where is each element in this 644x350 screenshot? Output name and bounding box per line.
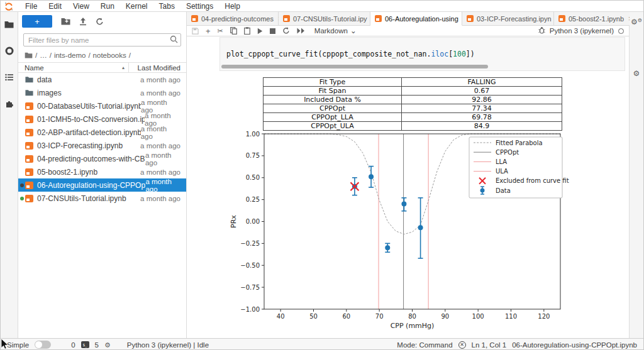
notebook-icon [25, 142, 33, 150]
new-folder-icon[interactable] [61, 18, 70, 25]
menu-tabs[interactable]: Tabs [153, 2, 180, 11]
file-browser-toolbar: + [18, 12, 186, 31]
code-cell[interactable]: plot_cppopt_curve_fit(cppopt_composite_n… [219, 37, 625, 71]
fit-table-cell: Fit Type [264, 78, 402, 87]
file-dot-placeholder [20, 144, 24, 148]
cell-horizontal-scrollbar[interactable] [221, 65, 488, 68]
legend-entry-label: ULA [496, 168, 508, 175]
restart-kernel-icon[interactable] [282, 27, 290, 35]
menu-file[interactable]: File [19, 2, 43, 11]
column-name[interactable]: Name▴ [18, 63, 129, 72]
kernel-name[interactable]: Python 3 (ipykernel) [550, 27, 614, 35]
terminals-count[interactable]: 0 [71, 341, 75, 349]
legend-glyph-errorbar [480, 189, 485, 193]
menu-kernel[interactable]: Kernel [120, 2, 153, 11]
menu-help[interactable]: Help [219, 2, 246, 11]
file-row[interactable]: 05-boost2-1.ipynba month ago [18, 165, 186, 178]
accessibility-icon[interactable]: ✕ [458, 341, 466, 349]
file-dot-placeholder [20, 104, 24, 108]
cursor-position[interactable]: Ln 1, Col 1 [472, 341, 507, 349]
file-modified: a month ago [141, 125, 186, 140]
fit-table-cell: CPPOpt [264, 104, 402, 113]
menu-run[interactable]: Run [95, 2, 120, 11]
file-browser-icon[interactable] [4, 19, 14, 30]
activity-bar [1, 12, 18, 338]
kernel-status-icon[interactable] [618, 28, 624, 34]
menu-settings[interactable]: Settings [180, 2, 219, 11]
refresh-icon[interactable] [96, 18, 104, 26]
file-name: 02-ABP-artifact-detection.ipynb [37, 128, 141, 137]
breadcrumb-separator: / [50, 52, 52, 59]
y-axis-label: PRx [230, 215, 238, 228]
open-file-dot [20, 183, 24, 187]
tab-label: 05-boost2-1.ipynb [569, 15, 624, 23]
file-dot-placeholder [20, 170, 24, 174]
copy-icon[interactable] [230, 27, 237, 35]
x-tick-label: 110 [505, 313, 517, 320]
legend: Fitted ParabolaCPPOptLLAULAExcluded from… [469, 137, 569, 198]
breadcrumb-item[interactable]: notebooks [93, 52, 126, 59]
breadcrumb-separator: / [35, 52, 37, 59]
fit-table-row: Fit TypeFALLING [264, 78, 562, 87]
menu-edit[interactable]: Edit [43, 2, 67, 11]
tab-06-Autoregulation-using[interactable]: 06-Autoregulation-using [370, 12, 462, 26]
y-tick-label: 1.00 [246, 131, 260, 138]
y-tick-label: −1.00 [240, 306, 260, 313]
data-point [418, 225, 423, 230]
run-icon[interactable] [257, 28, 263, 35]
file-row[interactable]: dataa month ago [18, 73, 186, 86]
status-bar: Simple 0 $_ 5 ⚙ Python 3 (ipykernel) | I… [1, 338, 643, 350]
mode-indicator[interactable]: Mode: Command [397, 341, 452, 349]
file-row[interactable]: 03-ICP-Forecasting.ipynba month ago [18, 139, 186, 152]
notebook-icon [191, 15, 198, 22]
cut-icon[interactable]: ✂ [218, 27, 223, 35]
simple-mode-toggle[interactable] [35, 341, 51, 349]
property-inspector-icon[interactable]: ⚙⚙ [631, 17, 642, 26]
kernels-count[interactable]: 5 [95, 341, 99, 349]
table-of-contents-icon[interactable] [4, 72, 14, 82]
tab-label: 06-Autoregulation-using [385, 15, 458, 23]
file-list: dataa month agoimagesa month ago00-Datab… [18, 73, 186, 205]
file-row[interactable]: 01-ICMH5-to-CNS-conversion.ipynba month … [18, 112, 186, 126]
kernel-status-text[interactable]: Python 3 (ipykernel) | Idle [127, 341, 209, 349]
tab-04-predicting-outcomes[interactable]: 04-predicting-outcomes× [187, 12, 279, 25]
fit-table-row: Fit Span0.67 [264, 87, 562, 96]
file-row[interactable]: 04-predicting-outcomes-with-CBR.i...a mo… [18, 152, 186, 165]
y-tick-label: 0.25 [246, 196, 260, 203]
file-row[interactable]: imagesa month ago [18, 86, 186, 99]
settings-gear-icon[interactable]: ⚙ [633, 70, 640, 77]
fit-table-row: CPPOpt_LLA69.78 [264, 113, 562, 122]
home-folder-icon[interactable] [25, 52, 33, 58]
file-filter-input[interactable] [23, 33, 181, 46]
file-row[interactable]: 07-CNSUtils-Tutorial.ipynba month ago [18, 192, 186, 205]
file-filter [23, 33, 181, 46]
column-last-modified[interactable]: Last Modified [129, 64, 186, 72]
x-tick-label: 90 [441, 313, 449, 320]
cell-type-dropdown[interactable]: Markdown⌄ [314, 26, 357, 35]
file-row[interactable]: 02-ABP-artifact-detection.ipynba month a… [18, 126, 186, 139]
new-launcher-button[interactable]: + [22, 15, 52, 28]
insert-cell-icon[interactable]: + [206, 26, 211, 36]
tab-05-boost2-1.ipynb[interactable]: 05-boost2-1.ipynb× [554, 12, 638, 25]
breadcrumb-item[interactable]: ints-demo [54, 52, 86, 59]
debugger-bug-icon[interactable] [538, 26, 545, 35]
stop-icon[interactable] [270, 28, 275, 34]
save-icon[interactable] [192, 28, 199, 35]
upload-icon[interactable] [79, 18, 87, 26]
breadcrumb-item[interactable]: … [40, 52, 47, 59]
tab-label: 07-CNSUtils-Tutorial.ipy [293, 15, 367, 23]
data-point [401, 202, 406, 207]
statusbar-filename: 06-Autoregulation-using-CPPOpt.ipynb [512, 341, 637, 349]
file-name: 03-ICP-Forecasting.ipynb [37, 141, 123, 150]
tab-03-ICP-Forecasting.ipyn[interactable]: 03-ICP-Forecasting.ipyn× [462, 12, 554, 25]
notebook-icon [25, 155, 33, 163]
extensions-icon[interactable] [4, 99, 14, 109]
running-sessions-icon[interactable] [4, 46, 14, 56]
restart-run-all-icon[interactable] [297, 28, 305, 34]
tab-07-CNSUtils-Tutorial.ipy[interactable]: 07-CNSUtils-Tutorial.ipy× [279, 12, 370, 25]
paste-icon[interactable] [244, 27, 250, 35]
file-row[interactable]: 06-Autoregulation-using-CPPOpt.ip...a mo… [18, 178, 186, 192]
menu-view[interactable]: View [67, 2, 95, 11]
file-row[interactable]: 00-DatabaseUtils-Tutorial.ipynba month a… [18, 99, 186, 112]
file-modified: a month ago [140, 76, 186, 84]
